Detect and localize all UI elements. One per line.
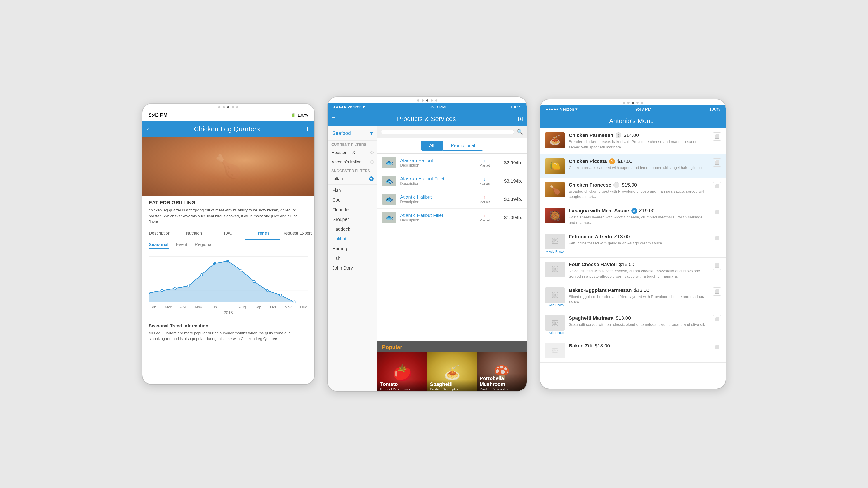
menu-item-eggplant[interactable]: 🖼 + Add Photo Baked-Eggplant Parmesan $1… [540,283,725,311]
menu-action-4[interactable]: ⬜ [713,208,721,216]
eat-for-grilling-heading: EAT FOR GRILLING [149,200,308,205]
tab-request-expert[interactable]: Request Expert [280,227,314,240]
menu-info-ravioli: Four-Cheese Ravioli $16.00 Ravioli stuff… [569,262,709,279]
menu-price-4: $19.00 [640,208,655,214]
tab-faq[interactable]: FAQ [211,227,246,240]
product-trend-4: ↑ Market [478,213,491,222]
svg-marker-5 [149,261,294,302]
svg-point-15 [266,289,269,292]
popular-item-desc-spaghetti: Product Description [430,387,474,391]
regional-tab[interactable]: Regional [195,242,213,249]
sidebar-category-seafood[interactable]: Seafood ▾ [328,126,377,140]
product-alaskan-halibut-fillet[interactable]: 🐟 Alaskan Halibut Fillet Description ↓ M… [377,172,527,190]
menu-item-chicken-parmesan[interactable]: 🍝 Chicken Parmesan 5 $14.00 Breaded chic… [540,128,725,154]
menu-photo-lasagna: 🥘 [545,208,565,223]
sidebar-herring[interactable]: Herring [328,244,377,254]
menu-action-3[interactable]: ⬜ [713,182,721,190]
product-trend-2: ↓ Market [478,176,491,186]
event-tab[interactable]: Event [176,242,187,249]
filter-all-btn[interactable]: All [421,140,442,151]
filter-promo-btn[interactable]: Promotional [442,140,484,151]
menu-item-lasagna[interactable]: 🥘 Lasagna with Meat Sauce 3 $19.00 Pasta… [540,204,725,230]
product-alaskan-halibut[interactable]: 🐟 Alaskan Halibut Description ↓ Market $… [377,154,527,172]
menu-action-6[interactable]: ⬜ [713,262,721,270]
trend-text-2: s cooking method is also popular during … [149,336,308,342]
menu-action-8[interactable]: ⬜ [713,315,721,323]
screen2-nav: ≡ Products & Services ⊞ [328,111,527,126]
filter-bar: All Promotional [377,138,527,154]
add-photo-eggplant[interactable]: + Add Photo [546,303,564,307]
svg-point-13 [240,269,242,271]
menu-item-spaghetti[interactable]: 🖼 + Add Photo Spaghetti Marinara $13.00 … [540,311,725,339]
add-italian-btn[interactable]: + [369,176,374,181]
menu-photo-placeholder-ravioli: 🖼 [545,262,565,277]
menu-price-1: $14.00 [624,132,639,138]
search-icon[interactable]: 🔍 [517,129,523,135]
popular-mushroom[interactable]: 🍄 Portobella Mushroom Product Descriptio… [477,352,527,391]
tab-description[interactable]: Description [143,227,177,240]
tab-trends[interactable]: Trends [246,227,280,240]
add-photo-spaghetti[interactable]: + Add Photo [546,331,564,335]
time-2: 9:43 PM [430,105,446,109]
menu-item-fettuccine[interactable]: 🖼 + Add Photo Fettuccine Alfredo $13.00 … [540,230,725,258]
product-price-4: $1.09/lb. [495,215,522,220]
sidebar-john-dory[interactable]: John Dory [328,263,377,273]
back-icon[interactable]: ‹ [147,126,149,132]
month-may: May [195,305,202,310]
menu-title-row-6: Four-Cheese Ravioli $16.00 [569,262,709,267]
month-mar: Mar [165,305,172,310]
menu-action-5[interactable]: ⬜ [713,234,721,242]
category-label: Seafood [332,130,351,136]
sidebar-haddock[interactable]: Haddock [328,224,377,234]
battery-percent-1: 100% [298,113,308,118]
sidebar-fish-header[interactable]: Fish [328,186,377,195]
add-photo-fettuccine[interactable]: + Add Photo [546,250,564,253]
menu-item-chicken-piccata[interactable]: 🍋 Chicken Piccata 5 $17.00 Chicken breas… [540,154,725,178]
screen2-title: Products & Services [397,115,456,123]
product-desc-2: Description [400,182,474,186]
product-info-1: Alaskan Halibut Description [400,158,474,168]
screen-products-services: ●●●●● Verizon ▾ 9:43 PM 100% ≡ Products … [328,97,527,391]
product-atlantic-halibut[interactable]: 🐟 Atlantic Halibut Description ↑ Market … [377,190,527,208]
menu-action-1[interactable]: ⬜ [713,132,721,140]
search-input[interactable] [381,130,514,134]
suggested-italian[interactable]: Italian + [328,174,377,184]
menu-desc-chicken-francese: Breaded chicken breast with Provolone ch… [569,189,709,200]
month-feb: Feb [150,305,156,310]
filter-antonios[interactable]: Antonio's Italian [328,157,377,167]
menu-action-7[interactable]: ⬜ [713,287,721,295]
barcode-icon[interactable]: ⊞ [518,115,523,123]
menu-item-ravioli[interactable]: 🖼 Four-Cheese Ravioli $16.00 Ravioli stu… [540,258,725,284]
seasonal-tab[interactable]: Seasonal [149,242,168,249]
popular-spaghetti-label: Spaghetti Product Description [427,380,477,391]
suggested-filters-label: Suggested Filters [328,167,377,174]
sidebar-cod[interactable]: Cod [328,195,377,205]
device-dots [143,104,314,109]
svg-point-9 [187,285,189,287]
svg-point-17 [293,301,296,303]
popular-item-name-mushroom: Portobella Mushroom [480,376,524,387]
trend-arrow-2: ↓ [484,176,486,182]
menu-action-9[interactable]: ⬜ [713,343,721,351]
menu-item-chicken-francese[interactable]: 🍗 Chicken Francese 2 $15.00 Breaded chic… [540,178,725,204]
product-price-2: $3.19/lb. [495,178,522,184]
product-atlantic-halibut-fillet[interactable]: 🐟 Atlantic Halibut Fillet Description ↑ … [377,208,527,227]
screen2-body-wrapper: Seafood ▾ Current Filters Houston, TX An… [328,126,527,391]
sidebar-halibut[interactable]: Halibut [328,234,377,244]
menu-action-2[interactable]: ⬜ [713,158,721,166]
filter-houston[interactable]: Houston, TX [328,148,377,157]
menu-icon-2[interactable]: ≡ [331,115,335,123]
trend-arrow-1: ↓ [484,158,486,163]
sidebar-ilish[interactable]: Ilish [328,254,377,263]
sidebar-grouper[interactable]: Grouper [328,215,377,224]
product-name-1: Alaskan Halibut [400,158,474,163]
popular-spaghetti[interactable]: 🍝 Spaghetti Product Description [427,352,477,391]
menu-price-7: $13.00 [634,287,649,293]
product-image-3: 🐟 [382,194,397,205]
menu-icon-3[interactable]: ≡ [544,117,548,125]
share-icon[interactable]: ⬆ [305,126,310,132]
menu-item-baked-ziti[interactable]: 🖼 Baked Ziti $18.00 ⬜ [540,339,725,363]
tab-nutrition[interactable]: Nutrition [177,227,211,240]
sidebar-flounder[interactable]: Flounder [328,205,377,215]
popular-tomato[interactable]: 🍅 Tomato Product Description [377,352,427,391]
